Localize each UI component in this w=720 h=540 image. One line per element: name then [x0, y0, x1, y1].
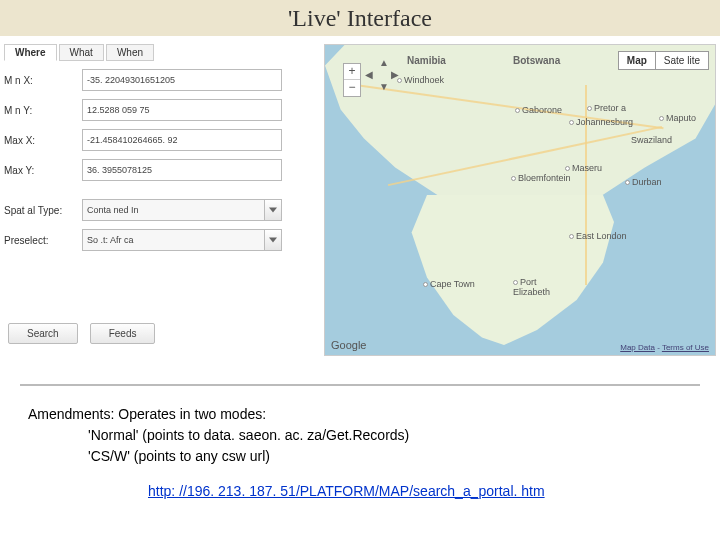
label-swaziland: Swaziland [631, 135, 672, 145]
pan-control: ▲ ▼ ◀ ▶ [365, 59, 401, 95]
city-pretoria: Pretor a [587, 103, 626, 113]
amend-line2: 'Normal' (points to data. saeon. ac. za/… [28, 425, 692, 446]
city-maseru: Maseru [565, 163, 602, 173]
city-portelizabeth: Port Elizabeth [513, 277, 550, 297]
dropdown-icon[interactable] [264, 199, 282, 221]
row-miny: M n Y: [4, 99, 316, 121]
map-land [405, 195, 625, 345]
country-label-botswana: Botswana [513, 55, 560, 66]
tab-when[interactable]: When [106, 44, 154, 61]
city-bloemfontein: Bloemfontein [511, 173, 571, 183]
page-title: 'Live' Interface [288, 5, 432, 32]
map-type-switch: Map Sate lite [618, 51, 709, 70]
input-maxy[interactable] [82, 159, 282, 181]
city-maputo: Maputo [659, 113, 696, 123]
amend-line3: 'CS/W' (points to any csw url) [28, 446, 692, 467]
map-data-link[interactable]: Map Data [620, 343, 655, 352]
pan-up-icon[interactable]: ▲ [379, 57, 389, 68]
row-maxy: Max Y: [4, 159, 316, 181]
map-type-map[interactable]: Map [618, 51, 655, 70]
left-panel: Where What When M n X: M n Y: Max X: Max… [0, 44, 320, 356]
city-gaborone: Gaborone [515, 105, 562, 115]
city-eastlondon: East London [569, 231, 627, 241]
input-minx[interactable] [82, 69, 282, 91]
row-preselect: Preselect: [4, 229, 316, 251]
select-spatial[interactable] [82, 199, 265, 221]
city-durban: Durban [625, 177, 662, 187]
label-preselect: Preselect: [4, 235, 82, 246]
header-band: 'Live' Interface [0, 0, 720, 36]
city-capetown: Cape Town [423, 279, 475, 289]
action-row: Search Feeds [4, 319, 316, 348]
label-maxy: Max Y: [4, 165, 82, 176]
tab-where[interactable]: Where [4, 44, 57, 61]
zoom-out-button[interactable]: − [344, 80, 360, 96]
label-miny: M n Y: [4, 105, 82, 116]
amend-line1: Amendments: Operates in two modes: [28, 404, 692, 425]
tab-what[interactable]: What [59, 44, 104, 61]
google-logo: Google [331, 339, 366, 351]
input-miny[interactable] [82, 99, 282, 121]
label-maxx: Max X: [4, 135, 82, 146]
input-maxx[interactable] [82, 129, 282, 151]
terms-link[interactable]: Terms of Use [662, 343, 709, 352]
country-label-namibia: Namibia [407, 55, 446, 66]
portal-url-link[interactable]: http: //196. 213. 187. 51/PLATFORM/MAP/s… [148, 483, 545, 499]
map-road [585, 85, 587, 285]
amendments-block: Amendments: Operates in two modes: 'Norm… [0, 386, 720, 508]
url-line: http: //196. 213. 187. 51/PLATFORM/MAP/s… [28, 467, 692, 502]
pan-down-icon[interactable]: ▼ [379, 81, 389, 92]
tab-strip: Where What When [4, 44, 316, 61]
map-credits: Map Data - Terms of Use [620, 343, 709, 352]
main-area: Where What When M n X: M n Y: Max X: Max… [0, 36, 720, 360]
city-windhoek: Windhoek [397, 75, 444, 85]
label-spatial: Spat al Type: [4, 205, 82, 216]
map-type-satellite[interactable]: Sate lite [655, 51, 709, 70]
feeds-button[interactable]: Feeds [90, 323, 156, 344]
dropdown-icon[interactable] [264, 229, 282, 251]
label-minx: M n X: [4, 75, 82, 86]
zoom-control: + − [343, 63, 361, 97]
zoom-in-button[interactable]: + [344, 64, 360, 80]
row-spatial: Spat al Type: [4, 199, 316, 221]
select-preselect[interactable] [82, 229, 265, 251]
search-button[interactable]: Search [8, 323, 78, 344]
row-minx: M n X: [4, 69, 316, 91]
map-panel[interactable]: + − ▲ ▼ ◀ ▶ Map Sate lite Namibia Botswa… [324, 44, 716, 356]
city-johannesburg: Johannesburg [569, 117, 633, 127]
row-maxx: Max X: [4, 129, 316, 151]
pan-left-icon[interactable]: ◀ [365, 69, 373, 80]
